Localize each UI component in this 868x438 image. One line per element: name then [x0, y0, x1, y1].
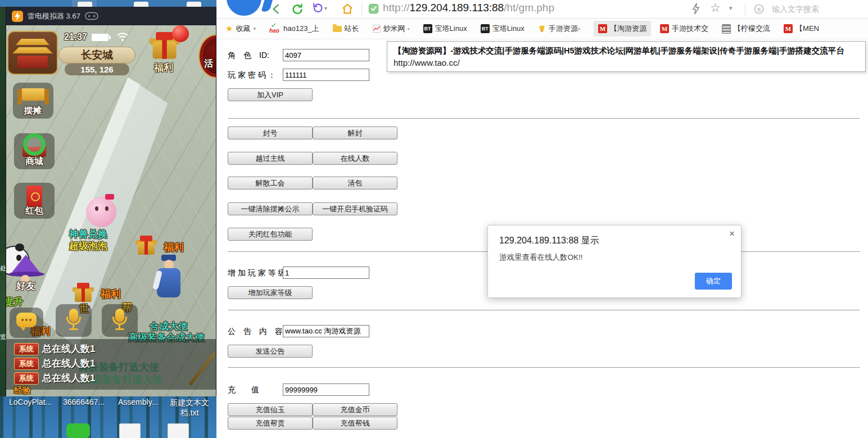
- search-input[interactable]: 输入文字搜索: [772, 4, 819, 15]
- divider: [228, 367, 860, 368]
- mall-button[interactable]: 商城: [14, 133, 55, 169]
- recharge-xianyu-button[interactable]: 充值仙玉: [228, 403, 313, 416]
- pet-bubble: [86, 197, 116, 227]
- recharge-gold-button[interactable]: 充值金币: [313, 403, 397, 416]
- password-input[interactable]: [283, 69, 369, 81]
- promote-label[interactable]: 提升: [6, 295, 23, 308]
- chevron-down-icon: ▾: [253, 26, 256, 31]
- role-id-input[interactable]: [283, 49, 369, 61]
- undo-icon[interactable]: [312, 3, 323, 14]
- bookmark-ningmeng[interactable]: 【柠檬交流: [722, 24, 770, 34]
- bookmark-hao123[interactable]: hao✓ hao123_上: [269, 24, 319, 34]
- world-voice-button[interactable]: [56, 304, 92, 337]
- activity-button-label[interactable]: 活: [204, 58, 213, 70]
- stall-button[interactable]: 摆摊: [13, 83, 53, 119]
- desktop-icon-label[interactable]: 新建文本文档.txt: [168, 398, 211, 418]
- recharge-bangqian-button[interactable]: 充值帮钱: [313, 417, 397, 430]
- desktop-left-strip: 处 览: [0, 7, 6, 396]
- svg-text:S: S: [757, 6, 761, 12]
- desktop-file-icon[interactable]: [134, 2, 148, 7]
- clear-stall-notice-button[interactable]: 一键清除摆摊公示: [228, 202, 313, 215]
- exp-label: 经验: [14, 385, 31, 396]
- chat-button[interactable]: [10, 308, 43, 338]
- scroll-end: [44, 89, 49, 105]
- recharge-banggong-button[interactable]: 充值帮贡: [228, 417, 313, 430]
- star-icon: ★: [225, 24, 233, 34]
- bookmark-label: hao123_上: [283, 24, 319, 34]
- system-message-row: 系统 总在线人数1: [14, 372, 95, 385]
- address-bar-url[interactable]: http://129.204.189.113:88/ht/gm.php: [383, 2, 554, 14]
- desktop-file-icon[interactable]: [78, 2, 92, 7]
- welfare-npc-label: 福利: [101, 287, 121, 301]
- navbar-divider: [745, 3, 745, 15]
- bookmark-shouyou-jishu[interactable]: M 手游技术交: [660, 24, 708, 34]
- lightning-icon[interactable]: [691, 3, 700, 15]
- recharge-label: 充 值 :: [228, 385, 285, 395]
- desktop-app-icon[interactable]: [66, 423, 90, 438]
- gamepad-icon[interactable]: [85, 12, 98, 20]
- friend-button-label[interactable]: 好友: [16, 279, 35, 292]
- bookmark-taoyou-ziyuan[interactable]: M 【淘游资源: [594, 21, 651, 37]
- desktop-file-icon[interactable]: [187, 2, 201, 7]
- jade-ring-icon: [23, 133, 46, 156]
- skip-mainline-button[interactable]: 越过主线: [228, 152, 313, 165]
- home-icon[interactable]: [341, 3, 354, 15]
- welfare-gift-icon[interactable]: [135, 236, 157, 255]
- unban-account-button[interactable]: 解封: [313, 127, 397, 139]
- m-site-icon: M: [660, 24, 669, 33]
- close-redpacket-button[interactable]: 关闭红包功能: [228, 228, 313, 241]
- system-message: 总在线人数1: [42, 372, 95, 385]
- online-count-button[interactable]: 在线人数: [313, 152, 397, 165]
- send-notice-button[interactable]: 发送公告: [228, 345, 313, 358]
- welfare-gift-icon[interactable]: [73, 283, 94, 302]
- welfare-button-label[interactable]: 福利: [154, 61, 173, 74]
- browser-logo-icon[interactable]: [227, 0, 261, 16]
- notice-input[interactable]: [283, 325, 369, 337]
- desktop-icon-label[interactable]: LoCoyPlat...: [9, 398, 52, 407]
- alert-close-icon[interactable]: ×: [729, 229, 735, 238]
- recharge-input[interactable]: [283, 383, 369, 396]
- microphone-hoop: [112, 317, 127, 325]
- bookmark-label: 炒米网 -: [383, 24, 410, 34]
- m-site-icon: M: [598, 24, 607, 33]
- bookmark-chaomi[interactable]: 炒米网 -: [373, 24, 410, 34]
- search-engine-icon[interactable]: S: [754, 4, 764, 14]
- refresh-icon[interactable]: [291, 3, 304, 15]
- undo-caret-icon[interactable]: ▾: [324, 5, 327, 11]
- activity-button[interactable]: [200, 35, 216, 77]
- bookmark-men[interactable]: M 【MEN: [784, 24, 819, 34]
- ban-account-button[interactable]: 封号: [228, 127, 313, 139]
- system-badge: 系统: [14, 358, 39, 370]
- microphone-hoop: [66, 317, 81, 325]
- join-vip-button[interactable]: 加入VIP: [228, 88, 313, 101]
- emulator-title-bar[interactable]: 雷电模拟器 3.67: [6, 7, 216, 25]
- desktop-icon-label[interactable]: 36666467...: [63, 398, 105, 407]
- red-packet-button[interactable]: 红包: [14, 183, 55, 219]
- panda-ear: [15, 243, 24, 251]
- red-envelope-icon: [26, 186, 42, 207]
- bookmark-shouyou-ziyuan[interactable]: 手游资源-: [538, 24, 580, 34]
- bookmark-baota-2[interactable]: BT 宝塔Linux: [481, 24, 525, 34]
- microphone-base: [115, 328, 124, 330]
- bookmark-webmaster[interactable]: 站长: [333, 24, 359, 34]
- trophy-icon: [538, 25, 546, 33]
- system-message: 总在线人数1: [42, 357, 95, 370]
- desktop-icon-label[interactable]: Assembly...: [118, 398, 158, 407]
- add-level-input[interactable]: [283, 267, 369, 279]
- alert-ok-button[interactable]: 确定: [695, 273, 732, 290]
- bookmark-favorites[interactable]: ★ 收藏 ▾: [225, 24, 256, 34]
- disband-guild-button[interactable]: 解散工会: [228, 177, 313, 189]
- back-icon[interactable]: [270, 3, 283, 15]
- enable-sms-verify-button[interactable]: 一键开启手机验证码: [313, 202, 397, 215]
- shield-icon[interactable]: [368, 3, 379, 15]
- clear-bag-button[interactable]: 清包: [313, 177, 397, 189]
- pagoda-roof: [16, 39, 49, 45]
- bookmark-label: 手游技术交: [672, 24, 708, 34]
- desktop-doc-icon[interactable]: [119, 423, 141, 438]
- minimap-button[interactable]: [7, 31, 58, 75]
- bookmark-baota-1[interactable]: BT 宝塔Linux: [423, 24, 467, 34]
- favorite-star-icon[interactable]: ☆: [710, 1, 721, 15]
- desktop-doc-icon[interactable]: [168, 423, 189, 438]
- chevron-down-icon[interactable]: ▾: [729, 4, 733, 12]
- add-level-button[interactable]: 增加玩家等级: [228, 286, 313, 299]
